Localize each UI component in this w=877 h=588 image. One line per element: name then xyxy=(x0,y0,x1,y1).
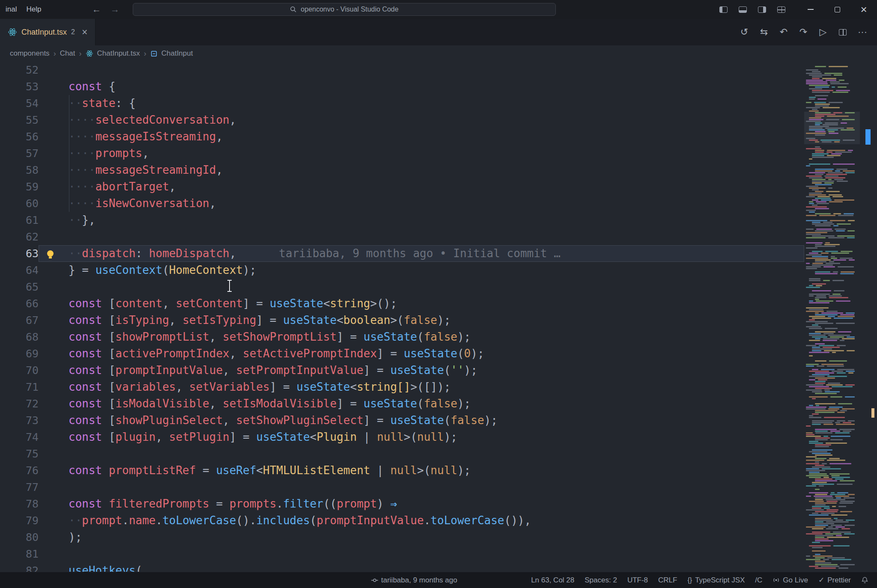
code-line-66[interactable]: 66const [content, setContent] = useState… xyxy=(0,295,804,312)
minimize-button[interactable] xyxy=(797,0,824,19)
code-line-63[interactable]: 63··dispatch: homeDispatch,tariibaba, 9 … xyxy=(0,245,804,262)
customize-layout-icon[interactable] xyxy=(777,6,785,13)
toggle-primary-sidebar-icon[interactable] xyxy=(719,6,728,13)
line-number[interactable]: 74 xyxy=(0,429,39,445)
code-line-72[interactable]: 72const [isModalVisible, setIsModalVisib… xyxy=(0,395,804,412)
code-line-56[interactable]: 56····messageIsStreaming, xyxy=(0,128,804,145)
line-number[interactable]: 61 xyxy=(0,212,39,229)
code-line-69[interactable]: 69const [activePromptIndex, setActivePro… xyxy=(0,345,804,362)
cursor-position-status[interactable]: Ln 63, Col 28 xyxy=(526,572,579,588)
code-line-55[interactable]: 55····selectedConversation, xyxy=(0,112,804,128)
code-line-82[interactable]: 82useHotkeys( xyxy=(0,562,804,572)
code-line-65[interactable]: 65 xyxy=(0,279,804,295)
go-live-button[interactable]: Go Live xyxy=(767,572,813,588)
open-changes-button[interactable]: ⇆ xyxy=(755,24,773,41)
code-line-71[interactable]: 71const [variables, setVariables] = useS… xyxy=(0,379,804,395)
code-line-54[interactable]: 54··state: { xyxy=(0,95,804,112)
line-number[interactable]: 79 xyxy=(0,512,39,529)
code-line-59[interactable]: 59····abortTarget, xyxy=(0,178,804,195)
next-change-button[interactable]: ↷ xyxy=(795,24,812,41)
line-number[interactable]: 68 xyxy=(0,329,39,345)
scrollbar[interactable] xyxy=(860,62,877,572)
line-number[interactable]: 69 xyxy=(0,345,39,362)
code-line-60[interactable]: 60····isNewConversation, xyxy=(0,195,804,212)
menu-item-terminal[interactable]: inal xyxy=(1,5,21,14)
tab-close-icon[interactable]: × xyxy=(82,27,87,38)
line-number[interactable]: 70 xyxy=(0,362,39,379)
line-number[interactable]: 56 xyxy=(0,128,39,145)
code-line-53[interactable]: 53const { xyxy=(0,78,804,95)
code-line-57[interactable]: 57····prompts, xyxy=(0,145,804,162)
code-line-64[interactable]: 64} = useContext(HomeContext); xyxy=(0,262,804,279)
go-forward-icon[interactable]: → xyxy=(110,4,119,15)
code-line-80[interactable]: 80); xyxy=(0,529,804,546)
code-line-73[interactable]: 73const [showPluginSelect, setShowPlugin… xyxy=(0,412,804,429)
maximize-button[interactable] xyxy=(824,0,850,19)
breadcrumb-item-symbol[interactable]: ChatInput xyxy=(161,49,193,58)
notifications-button[interactable] xyxy=(856,572,874,588)
prettier-status[interactable]: ✓ Prettier xyxy=(813,572,856,588)
menu-item-help[interactable]: Help xyxy=(21,5,46,14)
breadcrumb-item-chat[interactable]: Chat xyxy=(60,49,75,58)
line-number[interactable]: 64 xyxy=(0,262,39,279)
line-number[interactable]: 59 xyxy=(0,178,39,195)
code-line-74[interactable]: 74const [plugin, setPlugin] = useState<P… xyxy=(0,429,804,445)
encoding-status[interactable]: UTF-8 xyxy=(622,572,653,588)
code-line-52[interactable]: 52 xyxy=(0,62,804,78)
line-number[interactable]: 72 xyxy=(0,395,39,412)
eol-status[interactable]: CRLF xyxy=(653,572,682,588)
line-number[interactable]: 60 xyxy=(0,195,39,212)
previous-change-button[interactable]: ↶ xyxy=(775,24,792,41)
line-number[interactable]: 73 xyxy=(0,412,39,429)
line-number[interactable]: 57 xyxy=(0,145,39,162)
line-number[interactable]: 76 xyxy=(0,462,39,479)
line-number[interactable]: 58 xyxy=(0,162,39,178)
line-number[interactable]: 82 xyxy=(0,562,39,572)
command-center[interactable]: openconvo - Visual Studio Code xyxy=(133,3,556,16)
code-line-77[interactable]: 77 xyxy=(0,479,804,496)
lightbulb-icon[interactable] xyxy=(47,250,54,257)
indentation-status[interactable]: Spaces: 2 xyxy=(579,572,622,588)
git-blame-status[interactable]: tariibaba, 9 months ago xyxy=(366,572,462,588)
go-back-icon[interactable]: ← xyxy=(92,4,101,15)
line-number[interactable]: 62 xyxy=(0,229,39,245)
code-line-76[interactable]: 76const promptListRef = useRef<HTMLUList… xyxy=(0,462,804,479)
line-number[interactable]: 65 xyxy=(0,279,39,295)
minimap[interactable] xyxy=(804,62,860,572)
timeline-button[interactable]: ↺ xyxy=(736,24,753,41)
code-line-68[interactable]: 68const [showPromptList, setShowPromptLi… xyxy=(0,329,804,345)
tab-chatinput[interactable]: ChatInput.tsx 2 × xyxy=(0,19,95,45)
line-number[interactable]: 55 xyxy=(0,112,39,128)
toggle-panel-icon[interactable] xyxy=(739,6,747,13)
line-number[interactable]: 71 xyxy=(0,379,39,395)
code-line-79[interactable]: 79··prompt.name.toLowerCase().includes(p… xyxy=(0,512,804,529)
code-lines[interactable]: 5253const {54··state: {55····selectedCon… xyxy=(0,62,804,572)
code-line-62[interactable]: 62 xyxy=(0,229,804,245)
code-line-78[interactable]: 78const filteredPrompts = prompts.filter… xyxy=(0,496,804,512)
code-line-81[interactable]: 81 xyxy=(0,546,804,562)
line-number[interactable]: 77 xyxy=(0,479,39,496)
line-number[interactable]: 54 xyxy=(0,95,39,112)
line-number[interactable]: 52 xyxy=(0,62,39,78)
line-number[interactable]: 53 xyxy=(0,78,39,95)
line-number[interactable]: 78 xyxy=(0,496,39,512)
line-number[interactable]: 67 xyxy=(0,312,39,329)
close-button[interactable]: × xyxy=(850,0,877,19)
code-line-58[interactable]: 58····messageStreamingId, xyxy=(0,162,804,178)
code-line-70[interactable]: 70const [promptInputValue, setPromptInpu… xyxy=(0,362,804,379)
line-number[interactable]: 63 xyxy=(0,245,39,262)
code-line-75[interactable]: 75 xyxy=(0,445,804,462)
line-number[interactable]: 81 xyxy=(0,546,39,562)
line-number[interactable]: 66 xyxy=(0,295,39,312)
more-actions-button[interactable]: ··· xyxy=(854,24,871,41)
run-button[interactable]: ▷ xyxy=(814,24,832,41)
breadcrumb-item-components[interactable]: components xyxy=(10,49,50,58)
toggle-secondary-sidebar-icon[interactable] xyxy=(758,6,766,13)
split-editor-button[interactable] xyxy=(834,24,851,41)
line-number[interactable]: 75 xyxy=(0,445,39,462)
code-line-61[interactable]: 61··}, xyxy=(0,212,804,229)
compiler-status[interactable]: /C xyxy=(750,572,767,588)
language-mode-status[interactable]: {} TypeScript JSX xyxy=(682,572,750,588)
line-number[interactable]: 80 xyxy=(0,529,39,546)
breadcrumb-item-file[interactable]: ChatInput.tsx xyxy=(97,49,140,58)
